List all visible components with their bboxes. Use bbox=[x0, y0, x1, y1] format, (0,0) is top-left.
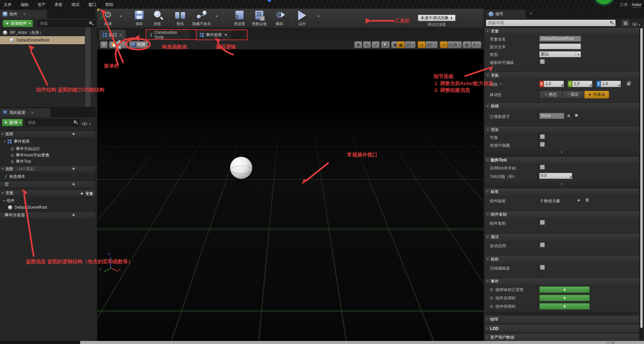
event-graph-row[interactable]: ▼ 事件图表 bbox=[0, 138, 85, 145]
menu-file[interactable]: 文件 bbox=[0, 0, 15, 10]
menu-view[interactable]: 查看 bbox=[51, 0, 66, 10]
close-icon[interactable]: ✕ bbox=[23, 12, 26, 16]
scale-tool-button[interactable]: ⤢ bbox=[372, 41, 380, 48]
tab-details[interactable]: i 细节 bbox=[485, 10, 526, 18]
find-button[interactable]: 查找 bbox=[169, 10, 191, 26]
menu-edit[interactable]: 编辑 bbox=[17, 0, 32, 10]
category-dropdown[interactable]: 默认▼ bbox=[539, 51, 581, 57]
tick-interval-field[interactable]: 0.0◢ bbox=[539, 173, 572, 179]
sphere-actor[interactable] bbox=[230, 157, 252, 179]
close-icon[interactable]: ✕ bbox=[119, 33, 122, 38]
display-options-button[interactable]: ▦ bbox=[621, 19, 630, 27]
components-search-input[interactable]: 搜索 bbox=[38, 20, 95, 27]
menu-window[interactable]: 窗口 bbox=[85, 0, 100, 10]
play-dropdown-caret[interactable]: ▼ bbox=[317, 15, 320, 18]
tab-viewport[interactable]: 视口 ✕ bbox=[99, 30, 126, 40]
lock-icon[interactable] bbox=[627, 83, 630, 85]
section-events-header[interactable]: ▼事件 bbox=[485, 278, 639, 285]
visibility-filter-icon[interactable]: ▼ bbox=[82, 121, 91, 127]
menu-asset[interactable]: 资产 bbox=[34, 0, 49, 10]
socket-search-icon[interactable] bbox=[568, 115, 570, 117]
rotation-snap-toggle[interactable]: △ bbox=[418, 41, 426, 48]
rotation-snap-value[interactable]: 10°▼ bbox=[426, 41, 438, 48]
tab-components[interactable]: 组件 ✕ bbox=[0, 10, 47, 18]
scale-y-field[interactable]: 1.0◢ bbox=[572, 81, 592, 87]
visible-checkbox[interactable] bbox=[540, 134, 545, 139]
tab-construction-script[interactable]: ƒ Construction Scrip bbox=[147, 30, 190, 40]
add-new-button[interactable]: ＋新增▼ bbox=[2, 119, 23, 126]
section-activation-header[interactable]: ▼激活 bbox=[485, 233, 639, 240]
tab-event-graph[interactable]: 事件图表 ✕ bbox=[196, 30, 231, 40]
section-lod-header[interactable]: ▷LOD bbox=[485, 324, 639, 332]
visibility-options-button[interactable]: ▼ bbox=[632, 21, 641, 27]
mobility-movable-button[interactable]: ✥可移动 bbox=[584, 91, 609, 98]
class-settings-button[interactable]: ⚙ 类设置 bbox=[229, 10, 250, 26]
scale-snap-toggle[interactable]: ↗ bbox=[440, 41, 448, 48]
close-icon[interactable]: ✕ bbox=[224, 32, 227, 37]
simulate-button[interactable]: ⚙ 模拟 bbox=[269, 10, 290, 26]
event-row[interactable]: ◇ 事件Tick bbox=[0, 158, 85, 165]
add-graph-button[interactable]: ＋ bbox=[71, 131, 76, 137]
rotate-tool-button[interactable]: ↻ bbox=[363, 41, 371, 48]
section-transform-header[interactable]: ▼变换 bbox=[485, 72, 639, 79]
mobility-static-button[interactable]: ⚪静态 bbox=[539, 91, 562, 98]
macros-section-header[interactable]: 宏 ＋ bbox=[0, 181, 95, 187]
section-tick-header[interactable]: ▼组件Tick bbox=[485, 156, 639, 163]
parent-socket-field[interactable]: None bbox=[539, 113, 564, 119]
components-group-row[interactable]: ▼ 组件 bbox=[0, 197, 85, 204]
section-cooking-header[interactable]: ▼烘焙 bbox=[485, 256, 639, 263]
world-local-toggle[interactable] bbox=[381, 41, 390, 48]
camera-speed-icon-button[interactable]: 🎥 bbox=[463, 41, 471, 48]
section-physics-header[interactable]: ▷物理 bbox=[485, 315, 639, 323]
compile-dropdown-caret[interactable]: ▼ bbox=[119, 15, 122, 18]
components-scrollbar[interactable] bbox=[85, 27, 91, 107]
section-replication-header[interactable]: ▼组件复制 bbox=[485, 211, 639, 218]
add-component-deactivated-event[interactable]: ＋ bbox=[539, 303, 590, 309]
add-tag-button[interactable]: ＋ bbox=[576, 197, 581, 203]
class-defaults-button[interactable]: ✓ 类默认值 bbox=[249, 10, 270, 26]
section-asset-user-data-header[interactable]: ▷资产用户数据 bbox=[485, 333, 639, 341]
scale-x-field[interactable]: 1.0◢ bbox=[544, 81, 564, 87]
viewport-options-button[interactable]: ▼ bbox=[100, 41, 108, 48]
menu-debug[interactable]: 调试 bbox=[68, 0, 83, 10]
hide-unrelated-button[interactable]: 隐藏不相关 bbox=[191, 10, 212, 26]
add-macro-button[interactable]: ＋ bbox=[71, 181, 76, 187]
editor-only-checkbox[interactable] bbox=[540, 265, 545, 270]
graphs-section-header[interactable]: ▼图表 ＋ bbox=[0, 131, 95, 137]
add-function-button[interactable]: ＋ bbox=[71, 166, 76, 172]
advanced-expander[interactable]: ▼ bbox=[485, 182, 639, 186]
construction-script-row[interactable]: ƒ 构造脚本 bbox=[0, 173, 85, 180]
grid-snap-value[interactable]: 10▼ bbox=[405, 41, 416, 48]
perspective-button[interactable]: 透视 bbox=[109, 41, 128, 48]
delete-tags-button[interactable]: 🗑 bbox=[585, 198, 589, 202]
add-physics-volume-changed-event[interactable]: ＋ bbox=[539, 286, 590, 293]
mobility-stationary-button[interactable]: ⫯固定 bbox=[562, 91, 584, 98]
play-button[interactable]: 运行 bbox=[291, 10, 313, 26]
parent-class-link[interactable]: Actor bbox=[632, 2, 641, 8]
lit-mode-button[interactable]: 光照 bbox=[129, 41, 148, 48]
my-blueprint-search-input[interactable]: 搜索 bbox=[25, 119, 79, 126]
hide-unrelated-caret[interactable]: ▼ bbox=[215, 15, 218, 18]
scale-snap-value[interactable]: 0.25▼ bbox=[448, 41, 462, 48]
scene-root-variable-row[interactable]: Defaul SceneRoot bbox=[0, 204, 85, 211]
debug-object-dropdown[interactable]: 未选中调试对象 ▼ bbox=[418, 15, 455, 21]
details-search-input[interactable]: 搜索详情 bbox=[486, 20, 615, 26]
scale-z-field[interactable]: 1.0◢ bbox=[601, 81, 621, 87]
grid-snap-toggle[interactable]: ▦ bbox=[397, 41, 405, 48]
add-component-button[interactable]: ＋添加组件▼ bbox=[3, 20, 33, 27]
dispatchers-section-header[interactable]: 事件分发器 ＋ bbox=[0, 212, 95, 218]
details-scrollbar[interactable] bbox=[640, 27, 643, 339]
add-dispatcher-button[interactable]: ＋ bbox=[71, 212, 76, 218]
variables-section-header[interactable]: ▼变量 ＋ 变量 bbox=[0, 190, 95, 196]
browse-button[interactable]: 浏览 bbox=[147, 10, 168, 26]
component-row-self[interactable]: BP_Actor（自身） bbox=[0, 29, 85, 36]
translate-tool-button[interactable]: ✥ bbox=[354, 41, 362, 48]
socket-clear-icon[interactable]: ✖ bbox=[575, 113, 578, 118]
add-component-activated-event[interactable]: ＋ bbox=[539, 295, 590, 301]
tab-my-blueprint[interactable]: 我的蓝图 ✕ bbox=[0, 108, 50, 117]
section-sockets-header[interactable]: ▼插槽 bbox=[485, 102, 639, 110]
close-icon[interactable]: ✕ bbox=[31, 111, 34, 115]
close-icon[interactable]: ✕ bbox=[529, 11, 532, 16]
3d-viewport[interactable]: z y x bbox=[97, 50, 484, 341]
auto-activate-checkbox[interactable] bbox=[540, 243, 545, 247]
